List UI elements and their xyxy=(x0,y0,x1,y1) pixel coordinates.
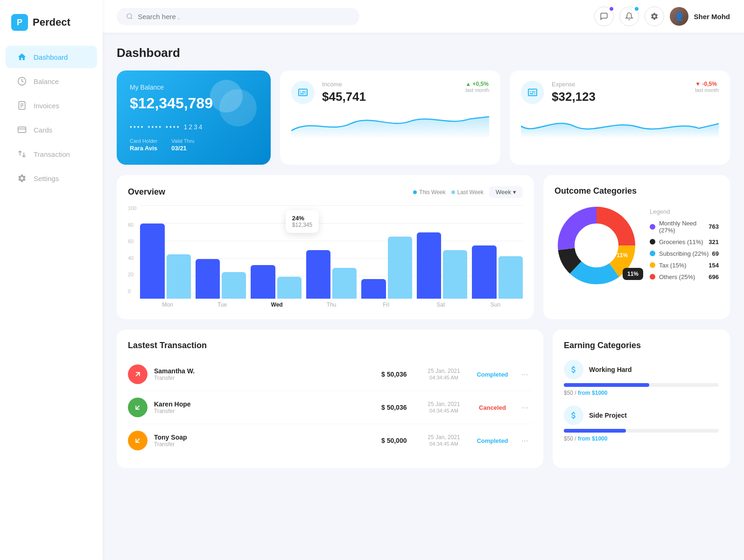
progress-target: from $1000 xyxy=(578,390,607,396)
outcome-title: Outcome Categories xyxy=(554,186,637,196)
holder-label: Card Holder xyxy=(130,138,157,144)
bar-group-fri xyxy=(361,237,412,299)
filter-tabs: This Week Last Week Week ▾ xyxy=(413,186,523,198)
search-bar[interactable] xyxy=(117,8,359,25)
expense-label: Expense xyxy=(552,81,688,88)
earning-title: Earning Categories xyxy=(564,341,719,350)
progress-bar-fill xyxy=(564,383,649,387)
filter-last-week[interactable]: Last Week xyxy=(451,189,484,196)
bar-dark-sun xyxy=(472,245,496,299)
tx-info: Tony Soap Transfer xyxy=(154,434,187,448)
tx-type: Transfer xyxy=(154,375,195,381)
income-chart xyxy=(291,110,489,154)
svg-line-18 xyxy=(136,406,140,409)
sidebar-item-settings[interactable]: Settings xyxy=(6,167,97,189)
legend-dot xyxy=(650,224,655,230)
cards-icon xyxy=(17,125,27,135)
tx-date: 25 Jan, 202104:34:45 AM xyxy=(421,368,467,381)
balance-icon xyxy=(17,76,27,86)
expense-change: ▼ -0,5% xyxy=(695,81,719,87)
legend-value: 696 xyxy=(709,273,719,280)
legend-label: Groceries (11%) xyxy=(659,238,703,245)
transaction-title: Lastest Transaction xyxy=(128,341,532,350)
sidebar-item-transaction[interactable]: Transaction xyxy=(6,143,97,165)
invoices-icon xyxy=(17,100,27,111)
legend-area: Legend Monthly Need (27%) 763 Groceries … xyxy=(650,208,719,285)
sidebar-item-dashboard[interactable]: Dashboard xyxy=(6,46,97,68)
tx-status: Completed xyxy=(474,437,511,444)
income-icon xyxy=(291,81,315,104)
legend-label: Monthly Need (27%) xyxy=(659,220,709,234)
user-name: Sher Mohd xyxy=(694,13,730,21)
bar-group-sun xyxy=(472,245,523,299)
legend-left: Subscribing (22%) xyxy=(650,250,709,257)
sidebar-item-invoices[interactable]: Invoices xyxy=(6,94,97,117)
chat-button[interactable] xyxy=(594,7,614,26)
bar-group-wed xyxy=(251,265,302,299)
legend-left: Others (25%) xyxy=(650,273,695,280)
settings-button[interactable] xyxy=(645,7,664,26)
top-cards-row: My Balance $12,345,789 •••• •••• •••• 12… xyxy=(117,70,730,165)
bar-dark-thu xyxy=(306,250,330,299)
income-change: ▲ +0,5% xyxy=(465,81,489,87)
bar-dark-mon xyxy=(140,224,164,299)
svg-line-8 xyxy=(131,18,133,19)
transaction-card: Lastest Transaction Samantha W. Transfer… xyxy=(117,329,543,468)
tx-info: Samantha W. Transfer xyxy=(154,367,195,381)
overview-title: Overview xyxy=(128,187,165,197)
bar-light-mon xyxy=(167,254,191,299)
bar-group-mon xyxy=(140,224,191,299)
progress-target: from $1000 xyxy=(578,435,607,442)
valid-date: 03/21 xyxy=(171,145,194,152)
notification-button[interactable] xyxy=(619,7,639,26)
logo-area: P Perdect xyxy=(0,9,103,45)
holder-name: Rara Avis xyxy=(130,145,157,152)
bar-light-tue xyxy=(222,272,246,299)
expense-card: Expense $32,123 ▼ -0,5% last month xyxy=(510,70,730,165)
day-label-fri: Fri xyxy=(359,301,414,308)
earning-card: Earning Categories Working Hard $50 / fr… xyxy=(553,329,730,468)
search-icon xyxy=(126,13,133,20)
tx-status: Completed xyxy=(474,371,511,378)
tx-amount: $ 50,000 xyxy=(381,437,414,444)
bar-group-thu xyxy=(306,250,357,299)
search-input[interactable] xyxy=(138,13,350,21)
day-label-sat: Sat xyxy=(414,301,468,308)
legend-item: Monthly Need (27%) 763 xyxy=(650,220,719,234)
sidebar-label-transaction: Transaction xyxy=(34,150,70,158)
bar-light-fri xyxy=(388,237,412,299)
table-row: Samantha W. Transfer $ 50,036 25 Jan, 20… xyxy=(128,358,532,391)
tx-menu-button[interactable]: ··· xyxy=(518,401,532,414)
sidebar-label-settings: Settings xyxy=(34,175,59,182)
sidebar-item-balance[interactable]: Balance xyxy=(6,70,97,92)
svg-point-15 xyxy=(575,224,618,267)
sidebar-item-cards[interactable]: Cards xyxy=(6,119,97,141)
dot-last-week xyxy=(451,190,455,194)
progress-bar-bg xyxy=(564,429,719,433)
earning-name: Working Hard xyxy=(589,366,632,373)
day-label-tue: Tue xyxy=(195,301,249,308)
app-name: Perdect xyxy=(33,16,70,28)
bell-icon xyxy=(625,12,633,21)
svg-rect-5 xyxy=(18,127,26,133)
dot-this-week xyxy=(413,190,417,194)
legend-item: Groceries (11%) 321 xyxy=(650,238,719,245)
tx-menu-button[interactable]: ··· xyxy=(518,434,532,448)
week-dropdown[interactable]: Week ▾ xyxy=(489,186,523,198)
chat-badge xyxy=(609,6,614,12)
filter-this-week[interactable]: This Week xyxy=(413,189,445,196)
donut-area: 11% 11% Legend Monthly Need (27%) 763 Gr… xyxy=(554,203,719,289)
earning-icon xyxy=(564,406,583,425)
legend-label: Subscribing (22%) xyxy=(659,250,709,257)
tx-menu-button[interactable]: ··· xyxy=(518,368,532,381)
valid-label: Valid Thru xyxy=(171,138,194,144)
legend-value: 69 xyxy=(712,250,719,257)
bars-area: 24% $12,345 xyxy=(140,205,523,299)
tx-name: Karen Hope xyxy=(154,400,191,408)
notification-badge xyxy=(634,6,639,12)
tx-info: Karen Hope Transfer xyxy=(154,400,191,414)
sidebar-label-dashboard: Dashboard xyxy=(34,53,68,61)
bar-group-tue xyxy=(196,259,246,299)
legend-item: Subscribing (22%) 69 xyxy=(650,250,719,257)
balance-card: My Balance $12,345,789 •••• •••• •••• 12… xyxy=(117,70,271,165)
